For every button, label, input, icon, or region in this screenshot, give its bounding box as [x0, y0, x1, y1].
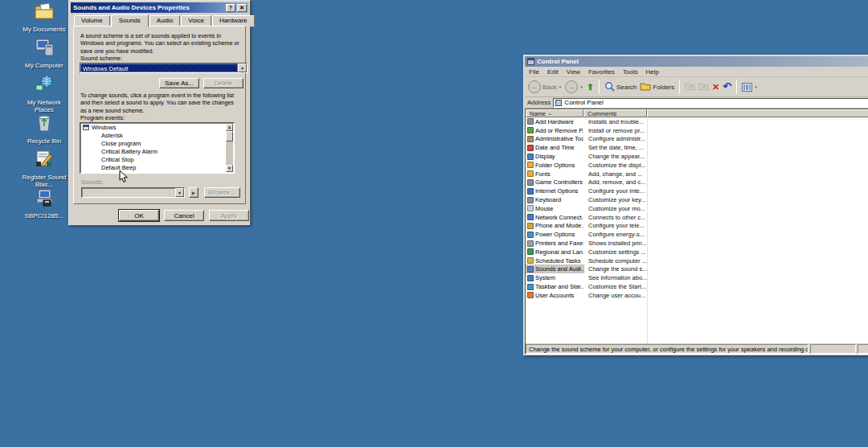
desktop-icon-my-documents[interactable]: My Documents: [18, 2, 71, 33]
scheme-description: A sound scheme is a set of sounds applie…: [80, 32, 240, 55]
control-panel-item[interactable]: User Accounts Change user accou...: [526, 291, 868, 300]
control-panel-item[interactable]: Taskbar and Star... Customize the Start.…: [526, 282, 868, 291]
close-button[interactable]: ✕: [237, 4, 247, 12]
control-panel-item[interactable]: Power Options Configure energy-s...: [526, 230, 868, 239]
control-panel-item[interactable]: Mouse Customize your mo...: [526, 204, 868, 213]
display-icon: [527, 154, 534, 160]
play-sound-button[interactable]: ▶: [189, 187, 199, 198]
delete-button-toolbar[interactable]: ✕: [712, 82, 719, 92]
control-panel-item[interactable]: Keyboard Customize your key...: [526, 195, 868, 204]
scroll-up-icon[interactable]: ▲: [226, 124, 233, 131]
menu-item[interactable]: File: [529, 68, 539, 76]
program-event-item[interactable]: Asterisk: [80, 131, 234, 139]
tab-volume[interactable]: Volume: [74, 15, 110, 27]
tab-hardware[interactable]: Hardware: [212, 15, 255, 27]
control-panel-item[interactable]: Date and Time Set the date, time, ...: [526, 143, 868, 152]
desktop-icon-label: My Computer: [25, 62, 63, 69]
menu-item[interactable]: Favorites: [588, 68, 615, 76]
program-event-item[interactable]: Close program: [80, 139, 234, 147]
menu-item[interactable]: Tools: [623, 68, 638, 76]
save-as-button[interactable]: Save As...: [159, 78, 199, 88]
control-panel-item[interactable]: Sounds and Audi... Change the sound s...: [526, 265, 868, 274]
add-remove-programs-icon: [527, 127, 534, 133]
desktop-icon-register-sound-blaster[interactable]: Register Sound Blas...: [18, 150, 71, 188]
control-panel-titlebar[interactable]: Control Panel: [525, 56, 868, 67]
views-icon: [742, 83, 752, 92]
views-button[interactable]: ▼: [742, 83, 757, 92]
control-panel-item[interactable]: Network Connect... Connects to other c..…: [526, 213, 868, 222]
list-scrollbar[interactable]: ▲ ▼: [226, 124, 233, 172]
status-pane: [858, 344, 868, 354]
comments-column-header[interactable]: Comments: [583, 109, 647, 117]
control-panel-item[interactable]: Add or Remove P... Install or remove pr.…: [526, 126, 868, 135]
control-panel-item[interactable]: Regional and Lan... Customize settings .…: [526, 248, 868, 256]
menu-item[interactable]: View: [567, 68, 580, 76]
chevron-down-icon: ▼: [754, 85, 757, 89]
chevron-down-icon[interactable]: ▼: [175, 188, 184, 197]
mouse-icon: [527, 205, 534, 211]
sounds-select[interactable]: ▼: [81, 187, 185, 198]
search-button[interactable]: Search: [604, 81, 637, 93]
control-panel-item[interactable]: Fonts Add, change, and ...: [526, 170, 868, 178]
toolbar: ← Back ▼ → ▼ ⬆ Search Folde: [525, 77, 868, 97]
chevron-down-icon: ▼: [559, 85, 562, 89]
toolbar-separator: [679, 80, 680, 94]
folders-button[interactable]: Folders: [640, 82, 674, 92]
control-panel-item[interactable]: Display Change the appear...: [526, 152, 868, 161]
scroll-down-icon[interactable]: ▼: [226, 165, 233, 172]
toolbar-separator: [736, 80, 737, 94]
control-panel-item[interactable]: Add Hardware Installs and trouble...: [526, 117, 868, 126]
ok-button[interactable]: OK: [119, 210, 159, 221]
back-button[interactable]: ← Back ▼: [528, 80, 562, 93]
sound-scheme-value: Windows Default: [80, 64, 238, 72]
up-button[interactable]: ⬆: [587, 82, 594, 92]
scrollbar-thumb[interactable]: [226, 131, 233, 141]
power-options-icon: [527, 232, 534, 238]
tab-sounds[interactable]: Sounds: [111, 14, 149, 27]
desktop-icon-my-computer[interactable]: My Computer: [18, 38, 71, 69]
phone-modem-icon: [527, 223, 534, 229]
delete-button[interactable]: Delete: [203, 78, 244, 88]
chevron-down-icon[interactable]: ▼: [238, 64, 247, 72]
control-panel-item[interactable]: Internet Options Configure your Inte...: [526, 187, 868, 195]
desktop-icon-sbpci-setup[interactable]: SBPCI1285...: [18, 188, 71, 219]
control-panel-item[interactable]: System See information abo...: [526, 273, 868, 282]
undo-button[interactable]: ↶: [723, 82, 731, 92]
name-column-header[interactable]: Name ▲: [526, 109, 583, 117]
control-panel-item[interactable]: Printers and Faxes Shows installed prin.…: [526, 239, 868, 248]
sound-scheme-select[interactable]: Windows Default ▼: [80, 63, 248, 73]
program-event-item[interactable]: Default Beep: [80, 163, 234, 171]
apply-button[interactable]: Apply: [209, 210, 249, 221]
help-button[interactable]: ?: [226, 4, 235, 12]
toolbar-separator: [599, 80, 600, 94]
forward-button[interactable]: → ▼: [565, 80, 583, 93]
control-panel-item[interactable]: Game Controllers Add, remove, and c...: [526, 178, 868, 187]
move-to-button[interactable]: [685, 82, 695, 92]
sort-ascending-icon: ▲: [548, 112, 551, 116]
control-panel-item[interactable]: Scheduled Tasks Schedule computer ...: [526, 256, 868, 265]
sounds-audio-icon: [527, 266, 534, 273]
control-panel-item[interactable]: Folder Options Customize the displ...: [526, 161, 868, 170]
copy-to-button[interactable]: [698, 82, 709, 92]
desktop-icon-recycle-bin[interactable]: Recycle Bin: [18, 113, 71, 145]
register-sound-blaster-icon: [34, 150, 55, 172]
empty-column-header[interactable]: [647, 109, 868, 117]
delete-x-icon: ✕: [712, 82, 719, 92]
address-input[interactable]: Control Panel: [553, 98, 868, 108]
program-event-item[interactable]: Critical Stop: [80, 155, 234, 163]
tab-voice[interactable]: Voice: [181, 15, 211, 27]
menu-item[interactable]: Help: [645, 68, 658, 76]
desktop-icon-my-network-places[interactable]: My Network Places: [18, 75, 71, 113]
cancel-button[interactable]: Cancel: [164, 210, 204, 221]
network-connections-icon: [527, 214, 534, 220]
dialog-titlebar[interactable]: Sounds and Audio Devices Properties ? ✕: [71, 2, 248, 13]
browse-button[interactable]: Browse...: [204, 187, 240, 198]
control-panel-item[interactable]: Administrative Tools Configure administr…: [526, 135, 868, 144]
program-event-item[interactable]: Windows: [80, 123, 234, 131]
events-description: To change sounds, click a program event …: [80, 92, 240, 114]
tab-audio[interactable]: Audio: [149, 15, 180, 27]
program-event-item[interactable]: Critical Battery Alarm: [80, 147, 234, 155]
program-events-list[interactable]: ▲ ▼ Windows Asterisk: [80, 122, 235, 174]
control-panel-item[interactable]: Phone and Mode... Configure your tele...: [526, 222, 868, 231]
menu-item[interactable]: Edit: [547, 68, 559, 76]
